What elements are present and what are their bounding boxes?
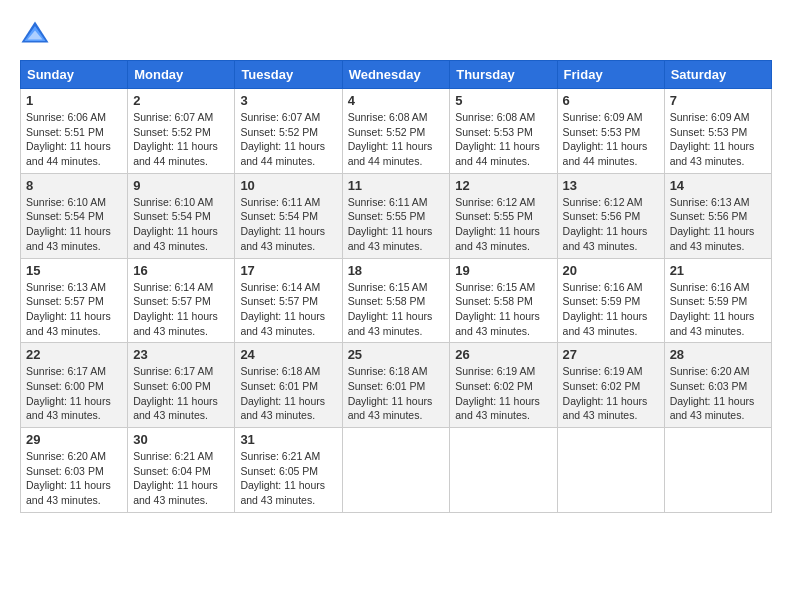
day-number: 25	[348, 347, 445, 362]
day-info: Sunrise: 6:12 AMSunset: 5:55 PMDaylight:…	[455, 196, 540, 252]
calendar-cell: 15 Sunrise: 6:13 AMSunset: 5:57 PMDaylig…	[21, 258, 128, 343]
day-number: 19	[455, 263, 551, 278]
calendar-cell: 26 Sunrise: 6:19 AMSunset: 6:02 PMDaylig…	[450, 343, 557, 428]
day-info: Sunrise: 6:11 AMSunset: 5:54 PMDaylight:…	[240, 196, 325, 252]
calendar-week-row: 8 Sunrise: 6:10 AMSunset: 5:54 PMDayligh…	[21, 173, 772, 258]
day-number: 4	[348, 93, 445, 108]
header-monday: Monday	[128, 61, 235, 89]
day-number: 20	[563, 263, 659, 278]
day-number: 31	[240, 432, 336, 447]
day-info: Sunrise: 6:14 AMSunset: 5:57 PMDaylight:…	[133, 281, 218, 337]
day-info: Sunrise: 6:19 AMSunset: 6:02 PMDaylight:…	[455, 365, 540, 421]
calendar-cell: 16 Sunrise: 6:14 AMSunset: 5:57 PMDaylig…	[128, 258, 235, 343]
calendar-cell: 18 Sunrise: 6:15 AMSunset: 5:58 PMDaylig…	[342, 258, 450, 343]
calendar-week-row: 15 Sunrise: 6:13 AMSunset: 5:57 PMDaylig…	[21, 258, 772, 343]
logo-icon	[20, 20, 50, 50]
header-thursday: Thursday	[450, 61, 557, 89]
calendar-cell	[450, 428, 557, 513]
day-number: 15	[26, 263, 122, 278]
day-number: 5	[455, 93, 551, 108]
day-number: 2	[133, 93, 229, 108]
day-info: Sunrise: 6:18 AMSunset: 6:01 PMDaylight:…	[240, 365, 325, 421]
day-info: Sunrise: 6:08 AMSunset: 5:52 PMDaylight:…	[348, 111, 433, 167]
day-info: Sunrise: 6:12 AMSunset: 5:56 PMDaylight:…	[563, 196, 648, 252]
day-info: Sunrise: 6:10 AMSunset: 5:54 PMDaylight:…	[26, 196, 111, 252]
day-number: 7	[670, 93, 766, 108]
day-info: Sunrise: 6:13 AMSunset: 5:56 PMDaylight:…	[670, 196, 755, 252]
calendar-cell: 29 Sunrise: 6:20 AMSunset: 6:03 PMDaylig…	[21, 428, 128, 513]
day-info: Sunrise: 6:21 AMSunset: 6:04 PMDaylight:…	[133, 450, 218, 506]
day-number: 6	[563, 93, 659, 108]
calendar-cell: 4 Sunrise: 6:08 AMSunset: 5:52 PMDayligh…	[342, 89, 450, 174]
day-info: Sunrise: 6:16 AMSunset: 5:59 PMDaylight:…	[670, 281, 755, 337]
calendar-week-row: 29 Sunrise: 6:20 AMSunset: 6:03 PMDaylig…	[21, 428, 772, 513]
calendar-cell: 12 Sunrise: 6:12 AMSunset: 5:55 PMDaylig…	[450, 173, 557, 258]
day-info: Sunrise: 6:11 AMSunset: 5:55 PMDaylight:…	[348, 196, 433, 252]
day-number: 10	[240, 178, 336, 193]
day-info: Sunrise: 6:07 AMSunset: 5:52 PMDaylight:…	[133, 111, 218, 167]
day-number: 26	[455, 347, 551, 362]
day-number: 12	[455, 178, 551, 193]
day-number: 9	[133, 178, 229, 193]
calendar-cell	[342, 428, 450, 513]
calendar-cell: 23 Sunrise: 6:17 AMSunset: 6:00 PMDaylig…	[128, 343, 235, 428]
day-number: 16	[133, 263, 229, 278]
header-friday: Friday	[557, 61, 664, 89]
header-saturday: Saturday	[664, 61, 771, 89]
calendar-cell: 10 Sunrise: 6:11 AMSunset: 5:54 PMDaylig…	[235, 173, 342, 258]
calendar-cell: 9 Sunrise: 6:10 AMSunset: 5:54 PMDayligh…	[128, 173, 235, 258]
calendar-cell: 2 Sunrise: 6:07 AMSunset: 5:52 PMDayligh…	[128, 89, 235, 174]
day-info: Sunrise: 6:15 AMSunset: 5:58 PMDaylight:…	[348, 281, 433, 337]
calendar-cell: 7 Sunrise: 6:09 AMSunset: 5:53 PMDayligh…	[664, 89, 771, 174]
calendar-cell	[664, 428, 771, 513]
day-number: 27	[563, 347, 659, 362]
day-number: 24	[240, 347, 336, 362]
calendar-cell: 5 Sunrise: 6:08 AMSunset: 5:53 PMDayligh…	[450, 89, 557, 174]
calendar-cell: 30 Sunrise: 6:21 AMSunset: 6:04 PMDaylig…	[128, 428, 235, 513]
calendar-cell: 25 Sunrise: 6:18 AMSunset: 6:01 PMDaylig…	[342, 343, 450, 428]
day-info: Sunrise: 6:09 AMSunset: 5:53 PMDaylight:…	[563, 111, 648, 167]
day-number: 1	[26, 93, 122, 108]
day-number: 18	[348, 263, 445, 278]
day-info: Sunrise: 6:16 AMSunset: 5:59 PMDaylight:…	[563, 281, 648, 337]
day-info: Sunrise: 6:14 AMSunset: 5:57 PMDaylight:…	[240, 281, 325, 337]
calendar-week-row: 1 Sunrise: 6:06 AMSunset: 5:51 PMDayligh…	[21, 89, 772, 174]
day-info: Sunrise: 6:21 AMSunset: 6:05 PMDaylight:…	[240, 450, 325, 506]
day-number: 22	[26, 347, 122, 362]
calendar-cell: 19 Sunrise: 6:15 AMSunset: 5:58 PMDaylig…	[450, 258, 557, 343]
day-number: 3	[240, 93, 336, 108]
day-number: 13	[563, 178, 659, 193]
day-info: Sunrise: 6:09 AMSunset: 5:53 PMDaylight:…	[670, 111, 755, 167]
day-number: 11	[348, 178, 445, 193]
calendar-cell: 11 Sunrise: 6:11 AMSunset: 5:55 PMDaylig…	[342, 173, 450, 258]
calendar-cell: 24 Sunrise: 6:18 AMSunset: 6:01 PMDaylig…	[235, 343, 342, 428]
day-number: 29	[26, 432, 122, 447]
calendar-cell: 14 Sunrise: 6:13 AMSunset: 5:56 PMDaylig…	[664, 173, 771, 258]
calendar-cell: 21 Sunrise: 6:16 AMSunset: 5:59 PMDaylig…	[664, 258, 771, 343]
day-info: Sunrise: 6:20 AMSunset: 6:03 PMDaylight:…	[26, 450, 111, 506]
day-info: Sunrise: 6:20 AMSunset: 6:03 PMDaylight:…	[670, 365, 755, 421]
day-info: Sunrise: 6:19 AMSunset: 6:02 PMDaylight:…	[563, 365, 648, 421]
day-number: 14	[670, 178, 766, 193]
calendar-cell: 1 Sunrise: 6:06 AMSunset: 5:51 PMDayligh…	[21, 89, 128, 174]
calendar-cell: 13 Sunrise: 6:12 AMSunset: 5:56 PMDaylig…	[557, 173, 664, 258]
calendar-table: SundayMondayTuesdayWednesdayThursdayFrid…	[20, 60, 772, 513]
calendar-cell: 22 Sunrise: 6:17 AMSunset: 6:00 PMDaylig…	[21, 343, 128, 428]
logo	[20, 20, 54, 50]
day-number: 17	[240, 263, 336, 278]
calendar-cell: 6 Sunrise: 6:09 AMSunset: 5:53 PMDayligh…	[557, 89, 664, 174]
header-sunday: Sunday	[21, 61, 128, 89]
calendar-week-row: 22 Sunrise: 6:17 AMSunset: 6:00 PMDaylig…	[21, 343, 772, 428]
day-info: Sunrise: 6:06 AMSunset: 5:51 PMDaylight:…	[26, 111, 111, 167]
day-info: Sunrise: 6:15 AMSunset: 5:58 PMDaylight:…	[455, 281, 540, 337]
calendar-cell: 17 Sunrise: 6:14 AMSunset: 5:57 PMDaylig…	[235, 258, 342, 343]
day-number: 8	[26, 178, 122, 193]
day-number: 21	[670, 263, 766, 278]
calendar-cell: 28 Sunrise: 6:20 AMSunset: 6:03 PMDaylig…	[664, 343, 771, 428]
calendar-header-row: SundayMondayTuesdayWednesdayThursdayFrid…	[21, 61, 772, 89]
day-number: 30	[133, 432, 229, 447]
calendar-cell	[557, 428, 664, 513]
day-info: Sunrise: 6:13 AMSunset: 5:57 PMDaylight:…	[26, 281, 111, 337]
day-info: Sunrise: 6:17 AMSunset: 6:00 PMDaylight:…	[133, 365, 218, 421]
page-header	[20, 20, 772, 50]
